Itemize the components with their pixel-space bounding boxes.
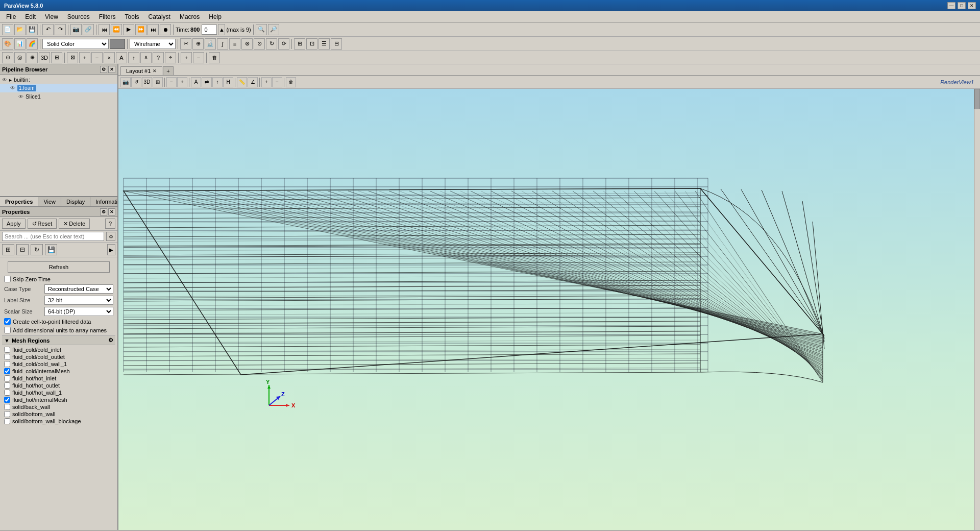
rt-btn-trash[interactable]: 🗑 [286, 77, 296, 87]
filter-btn1[interactable]: ✂ [180, 38, 191, 50]
minimize-button[interactable]: — [947, 2, 955, 9]
rt-btn-plus2[interactable]: + [261, 77, 272, 87]
menu-view[interactable]: View [41, 12, 62, 21]
menu-file[interactable]: File [2, 12, 20, 21]
ann-btn11[interactable]: ↑ [128, 52, 139, 63]
menu-sources[interactable]: Sources [63, 12, 94, 21]
play-btn[interactable]: ▶ [123, 24, 134, 35]
colormap-btn2[interactable]: 📊 [14, 38, 26, 50]
filter-btn3[interactable]: 🔬 [205, 38, 216, 50]
rt-btn-h[interactable]: H [223, 77, 233, 87]
mesh-checkbox-6[interactable] [4, 390, 10, 396]
mesh-checkbox-5[interactable] [4, 382, 10, 389]
ann-btn16[interactable]: − [193, 52, 204, 63]
filter-btn8[interactable]: ↻ [266, 38, 277, 50]
help-button[interactable]: ? [105, 219, 115, 229]
mesh-checkbox-2[interactable] [4, 361, 10, 367]
mesh-checkbox-10[interactable] [4, 418, 10, 424]
ann-btn1[interactable]: ⊙ [2, 52, 13, 63]
pipeline-close-icon[interactable]: ✕ [108, 66, 115, 73]
rt-btn-minus[interactable]: − [166, 77, 177, 87]
menu-tools[interactable]: Tools [121, 12, 143, 21]
label-size-select[interactable]: 32-bit 64-bit [44, 296, 113, 305]
filter-btn9[interactable]: ⟳ [278, 38, 289, 50]
filter-btn2[interactable]: ⊕ [192, 38, 204, 50]
zoom-in-btn[interactable]: 🔍 [256, 24, 267, 35]
search-gear-icon[interactable]: ⚙ [106, 232, 115, 241]
representation-select[interactable]: Wireframe [130, 39, 176, 49]
filter-btn6[interactable]: ⊗ [241, 38, 253, 50]
props-icon-refresh[interactable]: ↻ [31, 244, 43, 255]
apply-button[interactable]: Apply [2, 219, 26, 229]
next-frame-btn[interactable]: ⏩ [135, 24, 146, 35]
tab-properties[interactable]: Properties [0, 197, 38, 206]
dim-units-checkbox[interactable] [4, 327, 11, 333]
close-button[interactable]: ✕ [968, 2, 976, 9]
redo-btn[interactable]: ↷ [55, 24, 66, 35]
rt-btn-up[interactable]: ↑ [212, 77, 223, 87]
rt-btn-3d[interactable]: 3D [142, 77, 152, 87]
orient-btn4[interactable]: ⊟ [331, 38, 342, 50]
ann-btn7[interactable]: + [79, 52, 90, 63]
time-input[interactable] [202, 25, 217, 35]
delete-button[interactable]: ✕ Delete [59, 219, 90, 229]
ann-btn3[interactable]: ⊕ [27, 52, 38, 63]
mesh-checkbox-7[interactable] [4, 397, 10, 403]
maximize-button[interactable]: □ [958, 2, 966, 9]
rt-btn-box[interactable]: ⊞ [153, 77, 163, 87]
pipeline-item-slice[interactable]: 👁 Slice1 [0, 92, 117, 101]
tab-display[interactable]: Display [61, 197, 90, 206]
menu-macros[interactable]: Macros [176, 12, 204, 21]
mesh-checkbox-9[interactable] [4, 411, 10, 417]
new-button[interactable]: 📄 [2, 24, 13, 35]
tab-add-button[interactable]: + [163, 66, 173, 75]
props-settings-icon[interactable]: ⚙ [100, 208, 107, 215]
prev-frame-btn[interactable]: ⏪ [111, 24, 122, 35]
mesh-gear-icon[interactable]: ⚙ [108, 337, 113, 344]
ann-btn5[interactable]: ⊞ [51, 52, 62, 63]
mesh-checkbox-4[interactable] [4, 375, 10, 381]
menu-help[interactable]: Help [205, 12, 226, 21]
pipeline-item-builtin[interactable]: 👁 ▸ builtin: [0, 76, 117, 84]
mesh-checkbox-8[interactable] [4, 404, 10, 410]
ann-btn8[interactable]: − [91, 52, 103, 63]
case-type-select[interactable]: Reconstructed Case Decomposed Case [44, 284, 113, 294]
filter-btn7[interactable]: ⊙ [254, 38, 265, 50]
save-button[interactable]: 💾 [27, 24, 38, 35]
props-icon-save[interactable]: 💾 [45, 244, 57, 255]
ann-btn13[interactable]: ? [153, 52, 164, 63]
undo-btn[interactable]: ↶ [42, 24, 54, 35]
menu-catalyst[interactable]: Catalyst [144, 12, 175, 21]
viewport-scrollbar-thumb[interactable] [974, 89, 980, 109]
time-up-btn[interactable]: ▲ [218, 24, 225, 35]
viewport-3d[interactable]: X Y Z [118, 89, 980, 530]
mesh-expand-icon[interactable]: ▼ [4, 337, 10, 344]
record-btn[interactable]: ⏺ [160, 24, 171, 35]
cell-to-point-checkbox[interactable] [4, 318, 11, 325]
ann-btn17[interactable]: 🗑 [209, 52, 220, 63]
rt-btn-camera[interactable]: 📷 [120, 77, 131, 87]
rt-btn-arrows[interactable]: ⇄ [202, 77, 212, 87]
orient-btn1[interactable]: ⊞ [294, 38, 305, 50]
rt-btn-plus-r[interactable]: + [177, 77, 187, 87]
last-frame-btn[interactable]: ⏭ [148, 24, 159, 35]
orient-btn3[interactable]: ☰ [318, 38, 330, 50]
ann-btn10[interactable]: A [116, 52, 127, 63]
zoom-out-btn[interactable]: 🔎 [268, 24, 279, 35]
scalar-size-select[interactable]: 64-bit (DP) 32-bit (SP) [44, 307, 113, 316]
props-icon-1[interactable]: ⊞ [2, 244, 14, 255]
mesh-checkbox-1[interactable] [4, 354, 10, 360]
refresh-button[interactable]: Refresh [8, 261, 110, 273]
filter-btn5[interactable]: ≡ [229, 38, 240, 50]
rt-btn-minus2[interactable]: − [272, 77, 282, 87]
pipeline-settings-icon[interactable]: ⚙ [100, 66, 107, 73]
menu-filters[interactable]: Filters [95, 12, 120, 21]
tab-information[interactable]: Information [90, 197, 117, 206]
props-scroll-icon[interactable]: ▶ [107, 244, 115, 255]
render-view-label[interactable]: RenderView1 [940, 79, 978, 85]
color-swatch[interactable] [110, 39, 125, 49]
tab-view[interactable]: View [38, 197, 61, 206]
ann-btn15[interactable]: + [181, 52, 192, 63]
ann-btn6[interactable]: ⊠ [67, 52, 78, 63]
viewport-scrollbar[interactable] [974, 89, 980, 530]
